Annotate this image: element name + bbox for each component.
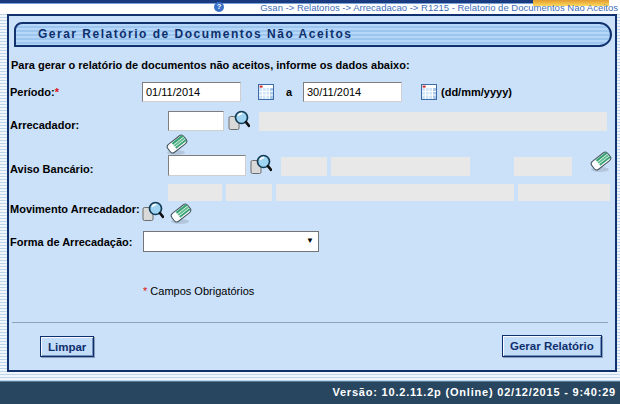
required-fields-note: * Campos Obrigatórios	[143, 285, 254, 297]
arrecadador-search-icon[interactable]	[228, 109, 250, 131]
aviso-bancario-display-2	[331, 157, 470, 176]
footer-bar: Versão: 10.2.11.2p (Online) 02/12/2015 -…	[0, 381, 620, 404]
aviso-bancario-label: Aviso Bancário:	[10, 163, 93, 175]
periodo-fim-calendar-icon[interactable]	[421, 84, 437, 100]
aviso-bancario-display-5	[226, 184, 272, 201]
intro-text: Para gerar o relatório de documentos não…	[11, 59, 410, 71]
help-icon[interactable]: ?	[214, 2, 224, 12]
periodo-label-text: Período:	[10, 86, 55, 98]
periodo-required-mark: *	[55, 86, 59, 98]
periodo-inicio-input[interactable]	[142, 82, 241, 102]
aviso-bancario-eraser-icon[interactable]	[588, 150, 614, 174]
forma-arrecadacao-select[interactable]	[143, 231, 319, 252]
aviso-bancario-input[interactable]	[168, 155, 246, 176]
aviso-bancario-display-3	[514, 157, 572, 176]
limpar-button[interactable]: Limpar	[40, 336, 94, 357]
gerar-relatorio-button[interactable]: Gerar Relatório	[502, 335, 602, 357]
periodo-inicio-calendar-icon[interactable]	[258, 84, 274, 100]
movimento-arrecadador-label: Movimento Arrecadador:	[10, 203, 140, 215]
divider	[12, 322, 608, 323]
periodo-separator: a	[286, 86, 292, 98]
top-bar: ? Gsan -> Relatorios -> Arrecadacao -> R…	[0, 0, 620, 14]
arrecadador-input[interactable]	[168, 111, 224, 131]
footer-version-text: Versão: 10.2.11.2p (Online) 02/12/2015 -…	[332, 386, 616, 398]
main-panel: Gerar Relatório de Documentos Não Aceito…	[7, 14, 617, 372]
aviso-bancario-display-6	[276, 184, 514, 201]
arrecadador-nome-display	[259, 112, 607, 131]
forma-arrecadacao-label: Forma de Arrecadação:	[10, 236, 132, 248]
periodo-fim-input[interactable]	[303, 82, 402, 102]
aviso-bancario-display-1	[281, 157, 327, 176]
breadcrumb: Gsan -> Relatorios -> Arrecadacao -> R12…	[260, 2, 618, 13]
arrecadador-label: Arrecadador:	[10, 119, 79, 131]
aviso-bancario-search-icon[interactable]	[250, 153, 272, 175]
page-title: Gerar Relatório de Documentos Não Aceito…	[38, 27, 352, 41]
periodo-format-hint: (dd/mm/yyyy)	[441, 86, 512, 98]
forma-arrecadacao-select-wrap: ▼	[143, 231, 319, 252]
aviso-bancario-display-4	[168, 184, 222, 201]
page-title-bar: Gerar Relatório de Documentos Não Aceito…	[14, 22, 612, 47]
movimento-arrecadador-eraser-icon[interactable]	[168, 202, 194, 226]
aviso-bancario-display-7	[518, 184, 610, 201]
required-note-text: Campos Obrigatórios	[150, 285, 254, 297]
arrecadador-eraser-icon[interactable]	[164, 133, 190, 157]
required-note-mark: *	[143, 285, 147, 297]
movimento-arrecadador-search-icon[interactable]	[142, 200, 164, 222]
periodo-label: Período:*	[10, 86, 59, 98]
